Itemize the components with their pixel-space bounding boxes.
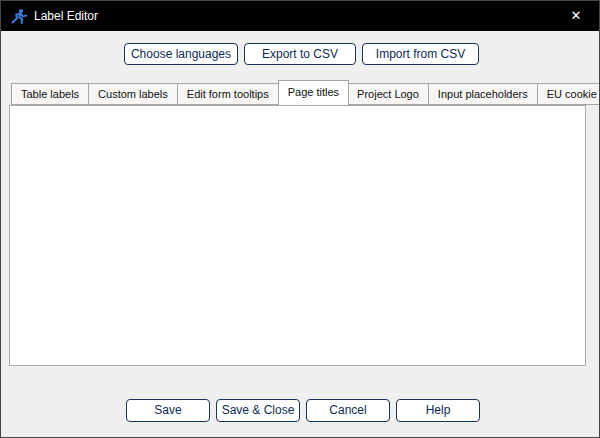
tab-project-logo[interactable]: Project Logo bbox=[348, 83, 429, 105]
titlebar: Label Editor ✕ bbox=[1, 1, 599, 31]
export-to-csv-button[interactable]: Export to CSV bbox=[244, 43, 356, 65]
tab-table-labels[interactable]: Table labels bbox=[11, 83, 89, 105]
choose-languages-button[interactable]: Choose languages bbox=[124, 43, 238, 65]
window-title: Label Editor bbox=[34, 1, 98, 31]
tab-custom-labels[interactable]: Custom labels bbox=[89, 83, 178, 105]
tab-strip: Table labels Custom labels Edit form too… bbox=[11, 81, 600, 105]
tab-page-titles[interactable]: Page titles bbox=[278, 80, 349, 105]
save-button[interactable]: Save bbox=[126, 399, 210, 422]
help-button[interactable]: Help bbox=[396, 399, 480, 422]
tab-input-placeholders[interactable]: Input placeholders bbox=[429, 83, 538, 105]
tab-edit-form-tooltips[interactable]: Edit form tooltips bbox=[178, 83, 279, 105]
import-from-csv-button[interactable]: Import from CSV bbox=[362, 43, 479, 65]
tab-eu-cookie-banner[interactable]: EU cookie banner bbox=[538, 83, 600, 105]
tab-panel-page-titles bbox=[9, 105, 586, 366]
app-icon bbox=[11, 8, 27, 24]
label-editor-window: Label Editor ✕ Choose languages Export t… bbox=[0, 0, 600, 438]
save-and-close-button[interactable]: Save & Close bbox=[216, 399, 300, 422]
close-button[interactable]: ✕ bbox=[553, 1, 599, 31]
cancel-button[interactable]: Cancel bbox=[306, 399, 390, 422]
